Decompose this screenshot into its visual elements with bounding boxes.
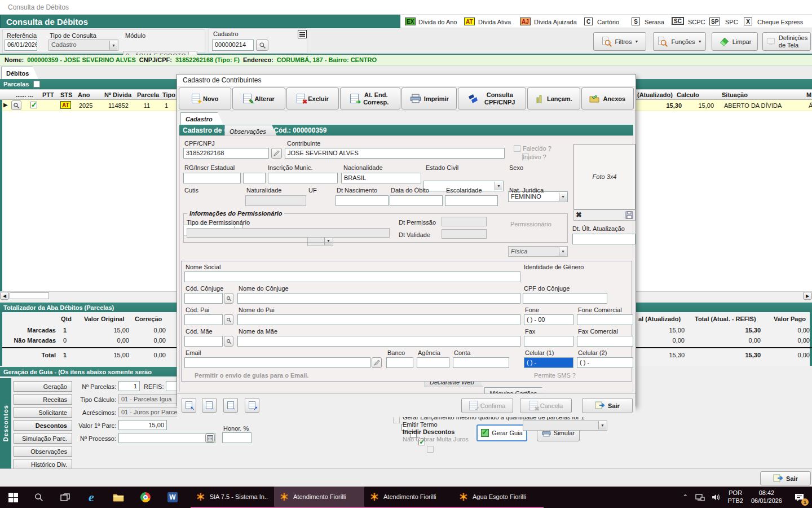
falecido-checkbox[interactable] — [514, 145, 520, 152]
data-obito-field[interactable] — [390, 195, 443, 206]
dt-validade-field[interactable] — [442, 229, 487, 239]
cadastro-search-button[interactable] — [256, 40, 268, 51]
scroll-left-button[interactable]: ◀ — [0, 292, 9, 300]
agencia-field[interactable] — [417, 357, 449, 368]
tipo-permissionario-field[interactable] — [187, 228, 390, 238]
cpf-edit-button[interactable] — [271, 148, 282, 159]
calculator-button[interactable] — [205, 433, 215, 443]
funcoes-button[interactable]: Funções ▼ — [653, 32, 706, 51]
sidebar-item-solicitante[interactable]: Solicitante — [14, 407, 72, 418]
scroll-right-button[interactable]: ▶ — [803, 292, 812, 300]
sidebar-item-geracao[interactable]: Geração — [14, 381, 72, 392]
consulta-cpf-button[interactable]: Consulta CPF/CNPJ — [458, 87, 526, 110]
celular2-field[interactable]: ( ) - — [577, 357, 633, 368]
tab-debitos[interactable]: Débitos — [1, 67, 38, 79]
cod-mae-field[interactable] — [184, 336, 223, 347]
nome-conjuge-field[interactable] — [237, 293, 520, 304]
scrollbar-thumb[interactable] — [10, 292, 49, 299]
rg-field[interactable] — [183, 173, 241, 183]
nome-mae-field[interactable] — [237, 336, 520, 347]
identidade-genero-select[interactable]: ▼ — [523, 420, 607, 431]
cod-pai-field[interactable] — [184, 314, 223, 325]
email-edit-button[interactable] — [372, 357, 382, 368]
lancam-button[interactable]: Lançam. — [527, 87, 580, 110]
celular1-field[interactable]: ( ) - — [524, 357, 573, 368]
taskbar-search-button[interactable] — [26, 487, 52, 508]
checkbox-nao-cobrar-multa[interactable] — [427, 446, 434, 453]
tab-cadastro[interactable]: Cadastro — [180, 112, 223, 125]
list-icon[interactable] — [298, 30, 307, 38]
language-indicator[interactable]: POR PTB2 — [724, 487, 747, 508]
taskbar-item-sia[interactable]: SIA 7.5 - Sistema In... — [191, 487, 274, 508]
taskbar-item-atendimento-1[interactable]: Atendimento Fiorilli — [274, 487, 364, 508]
row-checkbox[interactable] — [30, 102, 37, 108]
taskbar-item-agua-esgoto[interactable]: Agua Esgoto Fiorilli — [453, 487, 544, 508]
nacionalidade-field[interactable]: BRASIL — [341, 173, 421, 183]
honor-field[interactable] — [222, 432, 251, 443]
definicoes-tela-button[interactable]: Definições de Tela — [762, 32, 811, 51]
ie-button[interactable]: e — [78, 487, 105, 508]
foto-remove-button[interactable]: ✖ — [576, 211, 582, 219]
chrome-button[interactable] — [132, 487, 159, 508]
filtros-button[interactable]: Filtros ▼ — [593, 32, 646, 51]
task-view-button[interactable] — [52, 487, 78, 508]
cod-conjuge-field[interactable] — [184, 293, 223, 304]
save-icon[interactable] — [625, 211, 633, 219]
file-explorer-button[interactable] — [105, 487, 132, 508]
imprimir-button[interactable]: Imprimir — [401, 87, 457, 110]
nome-social-field[interactable] — [184, 271, 520, 282]
dialog-titlebar[interactable]: Cadastro de Contribuintes — [177, 75, 636, 86]
rg-uf-field[interactable] — [243, 173, 266, 183]
network-icon[interactable] — [692, 487, 708, 508]
cadastro-input[interactable]: 000000214 — [212, 40, 254, 51]
cpf-cnpj-field[interactable]: 31852262168 — [183, 148, 269, 159]
start-button[interactable] — [0, 487, 26, 508]
referencia-field[interactable]: 06/01/2026 — [5, 40, 37, 51]
dt-ult-atualizacao-field[interactable] — [572, 234, 636, 244]
word-button[interactable]: W — [159, 487, 186, 508]
dt-nascimento-field[interactable] — [336, 195, 389, 206]
fax-comercial-field[interactable] — [577, 336, 633, 347]
at-end-corresp-button[interactable]: ➜ At. End. Corresp. — [340, 87, 400, 110]
sair-button[interactable]: Sair — [760, 471, 811, 485]
nav-last-button[interactable]: ↗ — [245, 398, 259, 413]
cpf-conjuge-field[interactable] — [523, 293, 607, 304]
nav-first-button[interactable]: ↖ — [182, 398, 196, 413]
notification-center-button[interactable]: 1 — [787, 487, 812, 508]
dt-permissao-field[interactable] — [442, 217, 487, 226]
confirma-button[interactable]: ✓ Confirma — [461, 398, 513, 413]
alterar-button[interactable]: ✎ Alterar — [232, 87, 285, 110]
clock[interactable]: 08:42 06/01/2026 — [747, 487, 787, 508]
gerar-guia-button[interactable]: Gerar Guia — [476, 424, 527, 441]
parcelas-select-all-checkbox[interactable] — [33, 81, 40, 87]
naturalidade-field[interactable] — [245, 195, 306, 206]
mae-search-button[interactable] — [224, 336, 233, 347]
nome-pai-field[interactable] — [237, 314, 520, 325]
limpar-button[interactable]: Limpar — [712, 32, 758, 51]
processo-field[interactable] — [118, 433, 215, 443]
fax-field[interactable] — [524, 336, 573, 347]
volume-icon[interactable] — [708, 487, 724, 508]
checkbox-cobrar-honorario[interactable] — [393, 417, 400, 423]
tray-chevron[interactable]: ⌃ — [678, 487, 692, 508]
descontos-vertical-tab[interactable]: Descontos — [0, 378, 11, 468]
inscricao-munic-field[interactable] — [268, 173, 338, 183]
conta-field[interactable] — [453, 357, 509, 368]
excluir-button[interactable]: ✖ Excluir — [286, 87, 339, 110]
email-field[interactable] — [184, 357, 370, 368]
sidebar-item-simulacao[interactable]: Simulação Parc. — [14, 433, 72, 444]
n-parcelas-field[interactable]: 1 — [118, 381, 140, 391]
banco-field[interactable] — [386, 357, 413, 368]
nav-next-button[interactable]: → — [223, 398, 238, 413]
fone-comercial-field[interactable] — [577, 314, 633, 325]
sidebar-item-receitas[interactable]: Receitas — [14, 394, 72, 405]
sidebar-item-descontos[interactable]: Descontos — [14, 420, 72, 431]
contribuinte-field[interactable]: JOSE SEVERINO ALVES — [285, 148, 505, 159]
novo-button[interactable]: ✦ Novo — [179, 87, 231, 110]
fone-field[interactable]: ( ) - 00 — [524, 314, 573, 325]
taskbar-item-atendimento-2[interactable]: Atendimento Fiorilli — [364, 487, 453, 508]
escolaridade-field[interactable] — [445, 195, 498, 206]
dialog-sair-button[interactable]: Sair — [582, 398, 633, 413]
cancela-button[interactable]: ✖ Cancela — [520, 398, 572, 413]
sidebar-item-observacoes[interactable]: Observações — [14, 446, 72, 457]
